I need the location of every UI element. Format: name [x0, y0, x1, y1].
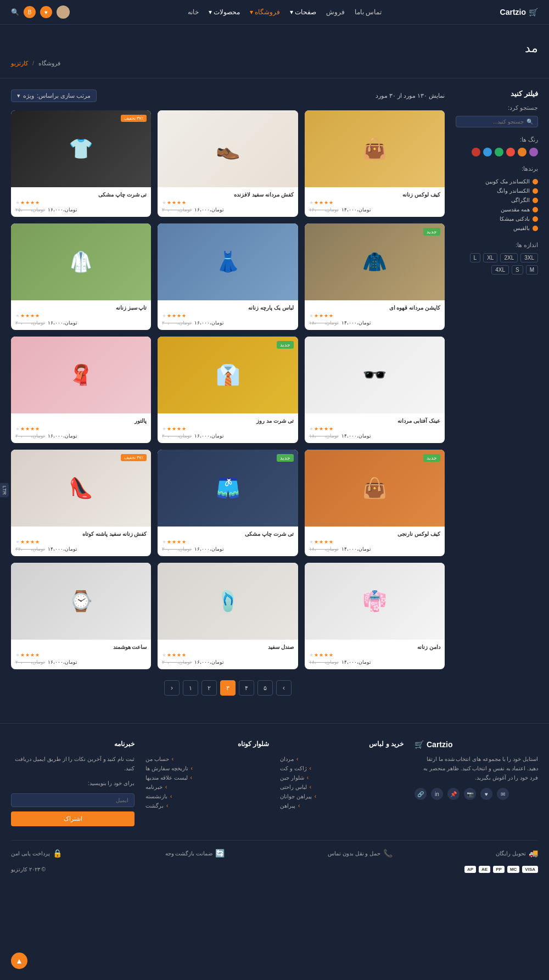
newsletter-subscribe-button[interactable]: اشتراک [11, 811, 135, 826]
avatar-2[interactable]: ♥ [40, 6, 52, 18]
product-card[interactable]: ۳۷٪ تخفیف 👠 کفش زنانه سفید پاشنه کوتاه ★… [11, 450, 151, 556]
page-1[interactable]: ۱ [183, 680, 198, 696]
product-stars: ★★★★★ [15, 652, 147, 658]
product-card[interactable]: 🩴 صندل سفید ★★★★★ تومان،۱۶،۰۰۰ تومان،۲۰،… [158, 563, 298, 669]
price-old: تومان،۲۰،۰۰۰ [162, 433, 192, 439]
star: ★ [182, 539, 186, 545]
product-card[interactable]: 👗 لباس یک پارچه زنانه ★★★★★ تومان،۱۶،۰۰۰… [158, 223, 298, 330]
product-card[interactable]: 👘 دامن زنانه ★★★★★ تومان،۱۴،۰۰۰ تومان،۱۸… [305, 563, 445, 669]
star: ★ [177, 313, 181, 318]
copyright-text: © ۲۰۲۳ کارتزیو [11, 866, 46, 872]
footer-link[interactable]: لیست علاقه مندیها [145, 773, 269, 782]
product-info: پالتور ★★★★★ تومان،۱۶،۰۰۰ تومان،۲۰،۰۰۰ [11, 413, 151, 443]
color-purple[interactable] [529, 148, 538, 156]
page-4[interactable]: ۴ [239, 680, 254, 696]
product-card[interactable]: جدید 👔 تی شرت مد روز ★★★★★ تومان،۱۶،۰۰۰ … [158, 337, 298, 443]
footer-newsletter-col: خبرنامه ثبت نام کنید و آخرین نکات را از … [11, 740, 135, 826]
footer-link[interactable]: ژاکت و کت [280, 764, 404, 773]
product-card[interactable]: 🥼 تاپ سبز زنانه ★★★★★ تومان،۱۶،۰۰۰ تومان… [11, 223, 151, 330]
product-card[interactable]: 🧣 پالتور ★★★★★ تومان،۱۶،۰۰۰ تومان،۲۰،۰۰۰ [11, 337, 151, 443]
product-card[interactable]: ⌚ ساعت هوشمند ★★★★★ تومان،۱۶،۰۰۰ تومان،۲… [11, 563, 151, 669]
product-card[interactable]: ۳۷٪ تخفیف 👕 تی شرت چاپ مشکی ★★★★★ تومان،… [11, 110, 151, 217]
size-4xl[interactable]: 4XL [491, 265, 509, 275]
brand-item[interactable]: بالقیس [456, 223, 538, 233]
nav-products[interactable]: محصولات▾ [209, 8, 240, 16]
header-logo[interactable]: 🛒 Cartzio [500, 8, 538, 16]
nav-home[interactable]: خانه [188, 8, 199, 16]
product-image: 👜 [305, 110, 445, 187]
brand-item[interactable]: بادکنی میشکا [456, 214, 538, 223]
social-pinterest[interactable]: 📌 [447, 788, 460, 800]
social-link[interactable]: 🔗 [414, 788, 427, 800]
product-card[interactable]: 👞 کفش مردانه سفید لافزنده ★★★★★ تومان،۱۶… [158, 110, 298, 217]
color-red-2[interactable] [472, 148, 480, 156]
star: ★ [182, 313, 186, 318]
brand-item[interactable]: الکساندر وانگ [456, 186, 538, 195]
product-card[interactable]: جدید 👜 کیف لوکس نارنجی ★★★★★ تومان،۱۴،۰۰… [305, 450, 445, 556]
nav-contact[interactable]: تماس باما [355, 8, 382, 16]
breadcrumb-home[interactable]: کارتزیو [11, 60, 28, 67]
product-info: کاپشن مردانه قهوه ای ★★★★★ تومان،۱۴،۰۰۰ … [305, 300, 445, 330]
color-orange[interactable] [518, 148, 526, 156]
footer-link[interactable]: حساب من [145, 754, 269, 764]
footer-social: ✉ ♥ 📷 📌 in 🔗 [414, 788, 538, 800]
page-2[interactable]: ۲ [201, 680, 217, 696]
pagination-next[interactable]: › [276, 680, 292, 696]
avatar-3[interactable]: B [24, 6, 36, 18]
brand-item[interactable]: الکساندر مک کوبین [456, 177, 538, 186]
footer-link[interactable]: تاریخچه سفارش ها [145, 764, 269, 773]
product-stars: ★★★★★ [162, 200, 293, 205]
footer-link[interactable]: شلوار جین [280, 773, 404, 782]
pagination-prev[interactable]: ‹ [164, 680, 180, 696]
social-linkedin[interactable]: in [431, 788, 443, 800]
social-heart[interactable]: ♥ [480, 788, 492, 800]
product-badge-discount: ۳۷٪ تخفیف [121, 115, 147, 122]
footer-link[interactable]: پیراهن جوانان [280, 792, 404, 801]
size-s[interactable]: S [512, 265, 523, 275]
size-3xl[interactable]: 3XL [520, 253, 538, 262]
footer-link[interactable]: پیراهن [280, 801, 404, 810]
filter-search-input[interactable] [461, 119, 524, 125]
color-blue[interactable] [483, 148, 492, 156]
brand-item[interactable]: الگراگی [456, 195, 538, 205]
footer-link[interactable]: برگشت [145, 801, 269, 810]
footer-link[interactable]: مردان [280, 754, 404, 764]
star: ★ [329, 652, 333, 658]
nav-sale[interactable]: فروش [326, 8, 345, 16]
avatar-1[interactable] [57, 5, 70, 19]
newsletter-email-input[interactable] [11, 793, 135, 807]
size-2xl[interactable]: 2XL [500, 253, 518, 262]
footer-link[interactable]: بازنشسته [145, 792, 269, 801]
footer-link[interactable]: خبرنامه [145, 782, 269, 792]
filter-sizes-label: اندازه ها: [456, 242, 538, 249]
payment-ap: AP [464, 866, 476, 873]
nav-pages[interactable]: صفحات▾ [290, 8, 316, 16]
brand-item[interactable]: همه مقدسین [456, 205, 538, 214]
size-xl[interactable]: XL [483, 253, 497, 262]
newsletter-text-2: برای خود را بنویسید: [11, 779, 135, 788]
product-card[interactable]: جدید 🧥 کاپشن مردانه قهوه ای ★★★★★ تومان،… [305, 223, 445, 330]
size-l[interactable]: L [470, 253, 481, 262]
social-email[interactable]: ✉ [497, 788, 509, 800]
filter-search-box[interactable]: 🔍 [456, 116, 538, 127]
page-3[interactable]: ۳ [220, 680, 236, 696]
social-instagram[interactable]: 📷 [464, 788, 476, 800]
product-stars: ★★★★★ [309, 539, 440, 545]
sort-select[interactable]: مرتب سازی براساس: ویژه ▾ [11, 89, 97, 102]
price-old: تومان،۲۰،۰۰۰ [162, 659, 192, 665]
color-green[interactable] [495, 148, 503, 156]
nav-shop[interactable]: فروشگاه▾ [250, 8, 280, 16]
color-red-1[interactable] [506, 148, 515, 156]
star: ★ [172, 313, 176, 318]
footer-link[interactable]: لباس راحتی [280, 782, 404, 792]
page-5[interactable]: ۵ [257, 680, 273, 696]
product-card[interactable]: 👜 کیف لوکس زنانه ★★★★★ تومان،۱۴،۰۰۰ توما… [305, 110, 445, 217]
ltr-badge[interactable]: LTR [0, 483, 9, 497]
size-m[interactable]: M [526, 265, 538, 275]
product-card[interactable]: جدید 🩳 تی شرت چاپ مشکی ★★★★★ تومان،۱۶،۰۰… [158, 450, 298, 556]
star: ★ [324, 313, 328, 318]
newsletter-text: ثبت نام کنید و آخرین نکات را از طریق ایم… [11, 754, 135, 773]
feature-return: 🔄 ضمانت بازگشت وجه [165, 849, 225, 858]
search-icon[interactable]: 🔍 [11, 8, 19, 16]
product-card[interactable]: 🕶️ عینک آفتابی مردانه ★★★★★ تومان،۱۴،۰۰۰… [305, 337, 445, 443]
